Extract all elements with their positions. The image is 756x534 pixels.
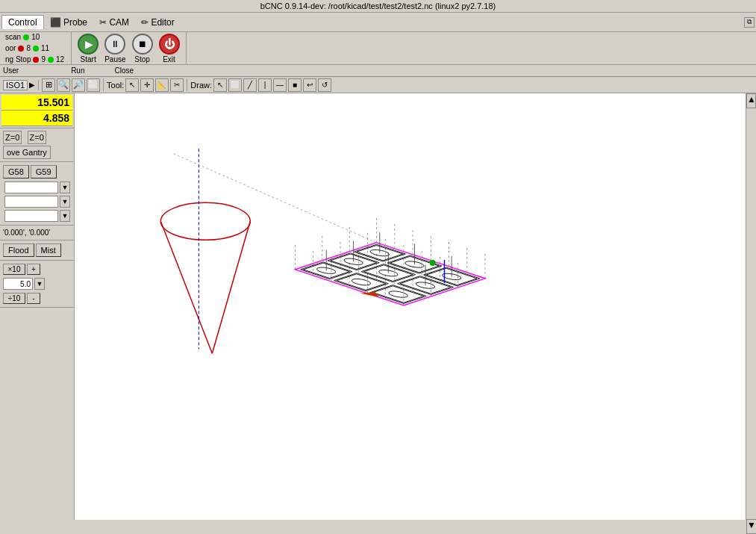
pause-label: Pause	[104, 55, 125, 63]
led-oor-num-right: 11	[41, 44, 49, 52]
flood-mist-section: Flood Mist	[0, 240, 74, 261]
draw-path-button[interactable]: ╱	[243, 78, 257, 92]
canvas-area[interactable]	[75, 93, 746, 520]
iso-arrow: ▶	[29, 81, 35, 89]
tool-cursor-button[interactable]: ↖	[125, 78, 139, 92]
draw-vline-button[interactable]: |	[258, 78, 272, 92]
draw-rect-button[interactable]: ⬜	[228, 78, 242, 92]
title-bar: bCNC 0.9.14-dev: /root/kicad/test/test2/…	[0, 0, 756, 13]
exit-button[interactable]: ⏻ Exit	[157, 32, 181, 65]
div10-row: ÷10 -	[1, 291, 72, 305]
scroll-down-button[interactable]: ▼	[746, 519, 756, 534]
stop-button[interactable]: ⏹ Stop	[131, 32, 154, 65]
zoom-fit-button[interactable]: ⊞	[42, 78, 55, 92]
draw-cursor-button[interactable]: ↖	[213, 78, 227, 92]
dropdown2-input[interactable]	[4, 196, 58, 208]
g59-button[interactable]: G59	[31, 165, 57, 178]
start-button[interactable]: ▶ Start	[76, 32, 100, 65]
dropdown1-btn[interactable]: ▼	[60, 181, 70, 193]
dropdown3-btn[interactable]: ▼	[60, 210, 70, 222]
coord-section: 15.501 4.858	[0, 93, 74, 128]
step-input[interactable]	[3, 278, 33, 290]
run-buttons: ▶ Start ⏸ Pause ⏹ Stop ⏻ Exit	[76, 32, 186, 65]
z-zero-button[interactable]: Z=0	[3, 131, 22, 144]
flood-button[interactable]: Flood	[3, 243, 34, 257]
menu-editor[interactable]: ✏ Editor	[135, 16, 181, 29]
dropdown2-btn[interactable]: ▼	[60, 196, 70, 208]
right-scrollbar[interactable]: ▲ ▼	[746, 93, 756, 520]
led-oor-label: oor	[5, 44, 16, 52]
led-oor-red	[18, 46, 24, 52]
pause-icon: ⏸	[104, 34, 125, 55]
y-coordinate: 4.858	[1, 111, 72, 126]
g-section: G58 G59 ▼ ▼ ▼	[0, 162, 74, 226]
g58-button[interactable]: G58	[3, 165, 29, 178]
draw-label: Draw:	[190, 81, 212, 90]
dropdown1-row: ▼	[3, 181, 71, 194]
led-indicators: scan 10 oor 8 11 ng Stop 9 12	[3, 32, 72, 64]
step-row: ▼	[1, 276, 72, 291]
z-eq-button[interactable]: Z=0	[28, 131, 46, 144]
mult-minus-button[interactable]: -	[27, 293, 40, 304]
draw-undo-button[interactable]: ↩	[303, 78, 316, 92]
coord-status-text: '0.000', '0.000'	[1, 227, 72, 238]
led-oor-green	[33, 46, 39, 52]
multiplier-section: ×10 + ▼ ÷10 -	[0, 261, 74, 308]
led-ngstop-num-right: 12	[56, 55, 64, 63]
led-row-scan: scan 10	[3, 32, 66, 42]
close-label: Close	[114, 66, 134, 75]
scroll-up-button[interactable]: ▲	[746, 93, 756, 108]
draw-redo-button[interactable]: ↺	[318, 78, 331, 92]
tool-cross-button[interactable]: ✛	[140, 78, 154, 92]
draw-hline-button[interactable]: —	[273, 78, 287, 92]
tool-group: Tool: ↖ ✛ 📐 ✂	[107, 78, 187, 92]
led-ngstop-green	[48, 57, 54, 63]
zoom-in-button[interactable]: 🔍	[57, 78, 70, 92]
iso-label: ISO1	[3, 80, 28, 90]
led-ngstop-num-left: 9	[41, 55, 46, 63]
led-scan-green	[23, 34, 29, 40]
cnc-canvas[interactable]	[75, 93, 746, 520]
draw-sq-button[interactable]: ■	[288, 78, 302, 92]
tool-measure-button[interactable]: 📐	[155, 78, 169, 92]
title-text: bCNC 0.9.14-dev: /root/kicad/test/test2/…	[260, 1, 496, 10]
menu-probe[interactable]: ⬛ Probe	[44, 16, 93, 29]
step-dropdown-btn[interactable]: ▼	[34, 278, 45, 290]
mist-button[interactable]: Mist	[36, 243, 61, 257]
led-ngstop-label: ng Stop	[5, 55, 31, 63]
dropdown2-row: ▼	[3, 195, 71, 208]
tool-cut-button[interactable]: ✂	[170, 78, 184, 92]
exit-label: Exit	[163, 55, 175, 63]
menu-cam[interactable]: ✂ CAM	[93, 16, 135, 29]
start-label: Start	[81, 55, 96, 63]
zoom-out-button[interactable]: 🔎	[72, 78, 85, 92]
mult-div10-button[interactable]: ÷10	[3, 293, 25, 304]
x-coordinate: 15.501	[1, 95, 72, 111]
move-gantry-button[interactable]: ove Gantry	[3, 146, 51, 159]
dropdown3-row: ▼	[3, 209, 71, 223]
led-scan-num: 10	[31, 33, 40, 41]
led-row-ngstop: ng Stop 9 12	[3, 55, 66, 64]
zoom-box-button[interactable]: ⬜	[87, 78, 100, 92]
led-oor-num-left: 8	[26, 44, 31, 52]
menu-control[interactable]: Control	[1, 15, 44, 29]
mult-x10-button[interactable]: ×10	[3, 264, 25, 275]
mult-plus-button[interactable]: +	[27, 264, 40, 275]
coord-status-section: '0.000', '0.000'	[0, 226, 74, 240]
led-ngstop-red	[33, 57, 39, 63]
pause-button[interactable]: ⏸ Pause	[103, 32, 127, 65]
exit-icon: ⏻	[159, 34, 180, 55]
user-label: User	[3, 66, 19, 75]
dropdown3-input[interactable]	[4, 210, 58, 222]
z-section: Z=0 Z=0 ove Gantry	[0, 128, 74, 162]
dropdown1-input[interactable]	[4, 181, 58, 193]
led-scan-label: scan	[5, 33, 21, 41]
stop-label: Stop	[134, 55, 150, 63]
window-resize-icon[interactable]: ⧉	[744, 17, 755, 28]
led-row-oor: oor 8 11	[3, 43, 66, 53]
x10-row: ×10 +	[1, 262, 72, 276]
menu-bar: Control ⬛ Probe ✂ CAM ✏ Editor ⧉	[0, 13, 756, 32]
toolbar2: ISO1 ▶ ⊞ 🔍 🔎 ⬜ Tool: ↖ ✛ 📐 ✂ Draw: ↖ ⬜ ╱…	[0, 77, 756, 93]
start-icon: ▶	[78, 34, 99, 55]
main-area: 15.501 4.858 Z=0 Z=0 ove Gantry G58 G59 …	[0, 93, 756, 520]
